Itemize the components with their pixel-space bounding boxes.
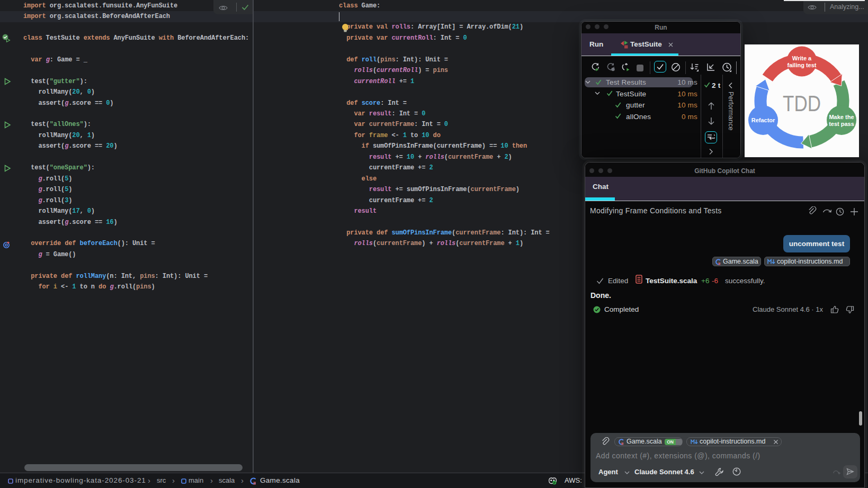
svg-text:TDD: TDD	[783, 91, 821, 116]
svg-text:Make the: Make the	[829, 114, 854, 120]
svg-text:Write a: Write a	[792, 55, 812, 61]
svg-text:Refactor: Refactor	[751, 117, 775, 123]
svg-text:test pass: test pass	[829, 121, 854, 127]
svg-text:failing test: failing test	[787, 62, 816, 68]
